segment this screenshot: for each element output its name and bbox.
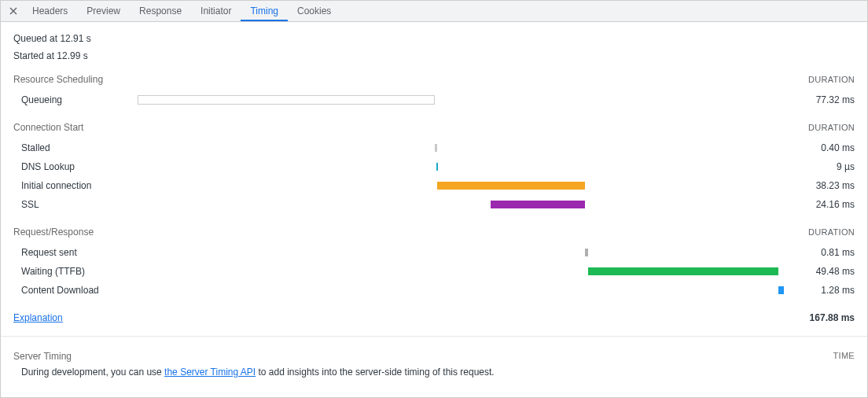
- timing-row: Request sent0.81 ms: [13, 243, 855, 262]
- duration-header: DURATION: [808, 227, 855, 237]
- row-label: Request sent: [21, 247, 138, 258]
- timing-row: Waiting (TTFB)49.48 ms: [13, 262, 855, 281]
- section-title: Connection Start: [13, 122, 83, 133]
- timing-bar: [435, 144, 436, 152]
- section-title: Request/Response: [13, 227, 94, 238]
- timing-bar: [491, 201, 585, 208]
- timing-bar: [138, 95, 435, 105]
- tab-bar: HeadersPreviewResponseInitiatorTimingCoo…: [1, 1, 867, 22]
- row-value: 77.32 ms: [784, 94, 855, 105]
- tab-timing[interactable]: Timing: [241, 1, 288, 21]
- timing-row: DNS Lookup9 µs: [13, 157, 855, 176]
- row-value: 49.48 ms: [784, 266, 855, 277]
- bar-area: [138, 95, 784, 105]
- row-label: Content Download: [21, 285, 138, 296]
- bar-area: [138, 181, 784, 190]
- server-timing-body: During development, you can use the Serv…: [13, 367, 855, 378]
- divider: [1, 336, 867, 337]
- timing-row: SSL24.16 ms: [13, 195, 855, 214]
- timing-bar: [437, 182, 584, 190]
- duration-header: DURATION: [808, 123, 855, 132]
- row-value: 0.40 ms: [784, 142, 855, 153]
- timing-bar: [436, 163, 438, 171]
- timing-row: Stalled0.40 ms: [13, 138, 855, 157]
- total-duration: 167.88 ms: [810, 312, 855, 323]
- row-label: Initial connection: [21, 180, 138, 191]
- bar-area: [138, 162, 784, 171]
- bar-area: [138, 286, 784, 295]
- timing-row: Initial connection38.23 ms: [13, 176, 855, 195]
- close-icon[interactable]: [7, 5, 20, 17]
- bar-area: [138, 200, 784, 209]
- tab-cookies[interactable]: Cookies: [288, 1, 340, 21]
- timing-row: Queueing77.32 ms: [13, 90, 855, 109]
- server-timing-prefix: During development, you can use: [21, 367, 164, 378]
- row-label: Stalled: [21, 142, 138, 153]
- time-header: TIME: [833, 351, 855, 362]
- tab-initiator[interactable]: Initiator: [191, 1, 241, 21]
- bar-area: [138, 143, 784, 153]
- row-value: 1.28 ms: [784, 285, 855, 296]
- resource-scheduling-section: Resource SchedulingDURATIONQueueing77.32…: [13, 74, 855, 109]
- row-value: 9 µs: [784, 161, 855, 172]
- timing-bar: [588, 267, 778, 275]
- server-timing-title: Server Timing: [13, 351, 72, 362]
- connection-start-section: Connection StartDURATIONStalled0.40 msDN…: [13, 122, 855, 214]
- server-timing-suffix: to add insights into the server-side tim…: [256, 367, 495, 378]
- section-title: Resource Scheduling: [13, 74, 103, 85]
- row-value: 24.16 ms: [784, 199, 855, 210]
- row-value: 0.81 ms: [784, 247, 855, 258]
- timing-content: Queued at 12.91 s Started at 12.99 s Res…: [1, 22, 867, 397]
- tab-response[interactable]: Response: [130, 1, 191, 21]
- timing-footer: Explanation 167.88 ms: [13, 312, 855, 323]
- explanation-link[interactable]: Explanation: [13, 312, 63, 323]
- row-label: Queueing: [21, 94, 138, 105]
- tab-headers[interactable]: Headers: [23, 1, 77, 21]
- timing-row: Content Download1.28 ms: [13, 281, 855, 300]
- row-value: 38.23 ms: [784, 180, 855, 191]
- network-timing-panel: HeadersPreviewResponseInitiatorTimingCoo…: [0, 0, 868, 398]
- bar-area: [138, 267, 784, 276]
- server-timing-api-link[interactable]: the Server Timing API: [164, 367, 256, 378]
- row-label: SSL: [21, 199, 138, 210]
- tab-preview[interactable]: Preview: [77, 1, 130, 21]
- started-at: Started at 12.99 s: [13, 50, 855, 61]
- row-label: Waiting (TTFB): [21, 266, 138, 277]
- queued-at: Queued at 12.91 s: [13, 33, 855, 44]
- row-label: DNS Lookup: [21, 161, 138, 172]
- duration-header: DURATION: [808, 75, 855, 84]
- timing-bar: [778, 286, 784, 294]
- request-response-section: Request/ResponseDURATIONRequest sent0.81…: [13, 227, 855, 300]
- bar-area: [138, 248, 784, 257]
- server-timing-section: Server Timing TIME During development, y…: [13, 351, 855, 378]
- timing-bar: [585, 249, 588, 256]
